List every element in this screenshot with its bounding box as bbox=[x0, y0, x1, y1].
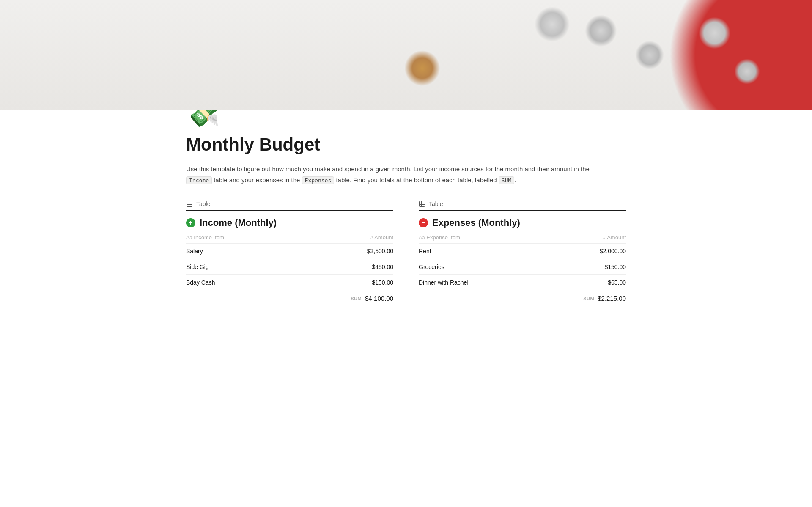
income-section-title: Income (Monthly) bbox=[200, 217, 277, 228]
income-amount-cell: $450.00 bbox=[308, 259, 393, 275]
tables-container: Table + Income (Monthly) Aa Income Item … bbox=[186, 200, 626, 306]
income-item-cell: Salary bbox=[186, 244, 308, 259]
expenses-item-cell: Dinner with Rachel bbox=[419, 275, 554, 290]
income-amount-cell: $3,500.00 bbox=[308, 244, 393, 259]
expenses-item-cell: Groceries bbox=[419, 259, 554, 275]
income-table-row: Salary $3,500.00 bbox=[186, 244, 393, 259]
expenses-sum-label: SUM bbox=[583, 296, 594, 301]
page-description: Use this template to figure out how much… bbox=[186, 164, 609, 185]
expenses-table-label: Table bbox=[429, 200, 443, 207]
income-table-header: Table bbox=[186, 200, 393, 211]
expenses-data-table: Aa Expense Item # Amount Rent $2,000.00 … bbox=[419, 232, 626, 290]
expenses-code: Expenses bbox=[302, 176, 335, 184]
expenses-amount-cell: $65.00 bbox=[554, 275, 626, 290]
expenses-table-icon bbox=[419, 200, 425, 207]
income-table-row: Bday Cash $150.00 bbox=[186, 275, 393, 290]
income-code: Income bbox=[186, 176, 212, 184]
expenses-table-row: Groceries $150.00 bbox=[419, 259, 626, 275]
income-col-headers: Aa Income Item # Amount bbox=[186, 232, 393, 244]
income-table-label: Table bbox=[196, 200, 210, 207]
income-table-icon bbox=[186, 200, 193, 207]
income-icon: + bbox=[186, 218, 195, 227]
income-item-cell: Bday Cash bbox=[186, 275, 308, 290]
hero-banner bbox=[0, 0, 812, 110]
expenses-link: expenses bbox=[255, 176, 283, 184]
expenses-amount-cell: $2,000.00 bbox=[554, 244, 626, 259]
income-col-amount-header: # Amount bbox=[308, 232, 393, 244]
income-item-cell: Side Gig bbox=[186, 259, 308, 275]
income-sum-value: $4,100.00 bbox=[365, 295, 393, 302]
income-table-section: Table + Income (Monthly) Aa Income Item … bbox=[186, 200, 393, 306]
hash-icon: # bbox=[370, 235, 373, 241]
income-data-table: Aa Income Item # Amount Salary $3,500.00… bbox=[186, 232, 393, 290]
income-table-row: Side Gig $450.00 bbox=[186, 259, 393, 275]
income-col-item-header: Aa Income Item bbox=[186, 232, 308, 244]
expenses-sum-row: SUM $2,215.00 bbox=[419, 290, 626, 306]
expenses-col-item-header: Aa Expense Item bbox=[419, 232, 554, 244]
expenses-amount-cell: $150.00 bbox=[554, 259, 626, 275]
aa-icon-2: Aa bbox=[419, 235, 425, 241]
svg-rect-0 bbox=[187, 201, 192, 207]
income-amount-cell: $150.00 bbox=[308, 275, 393, 290]
svg-rect-4 bbox=[420, 201, 425, 207]
expenses-section-title-row: − Expenses (Monthly) bbox=[419, 217, 626, 228]
income-sum-label: SUM bbox=[351, 296, 362, 301]
expenses-table-header: Table bbox=[419, 200, 626, 211]
expenses-table-row: Rent $2,000.00 bbox=[419, 244, 626, 259]
sum-code: SUM bbox=[499, 176, 514, 184]
expenses-table-section: Table − Expenses (Monthly) Aa Expense It… bbox=[419, 200, 626, 306]
expenses-item-cell: Rent bbox=[419, 244, 554, 259]
page-title: Monthly Budget bbox=[186, 134, 626, 155]
aa-icon: Aa bbox=[186, 235, 192, 241]
hash-icon-2: # bbox=[603, 235, 606, 241]
expenses-col-headers: Aa Expense Item # Amount bbox=[419, 232, 626, 244]
expenses-section-title: Expenses (Monthly) bbox=[432, 217, 520, 228]
income-sum-row: SUM $4,100.00 bbox=[186, 290, 393, 306]
expenses-sum-value: $2,215.00 bbox=[598, 295, 626, 302]
expenses-table-row: Dinner with Rachel $65.00 bbox=[419, 275, 626, 290]
income-link: income bbox=[439, 165, 460, 173]
income-section-title-row: + Income (Monthly) bbox=[186, 217, 393, 228]
expenses-col-amount-header: # Amount bbox=[554, 232, 626, 244]
expenses-icon: − bbox=[419, 218, 428, 227]
